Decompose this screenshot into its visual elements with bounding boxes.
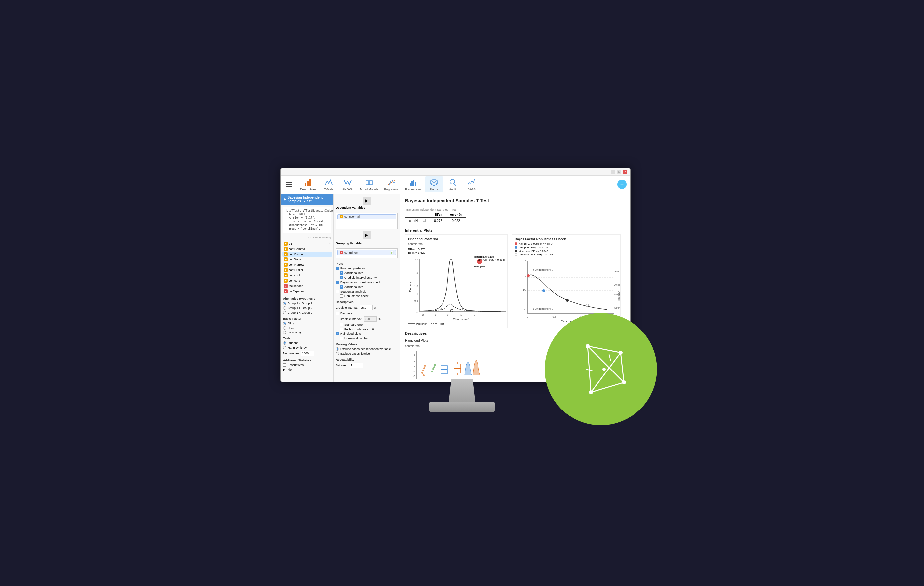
raincloud-label: Raincloud plots — [340, 332, 361, 335]
plot-sequential[interactable]: Sequential analysis — [334, 289, 399, 294]
var-contcor1[interactable]: ▶ contcor1 — [282, 273, 332, 278]
hamburger-line-1 — [286, 182, 292, 183]
grouping-variable-area[interactable]: ● contBinom 📊 — [336, 248, 398, 258]
bf-option-2[interactable]: BF₀₁ — [281, 325, 333, 330]
bf-label-1: BF₁₀ — [287, 322, 294, 325]
var-contgamma[interactable]: ▶ contGamma — [282, 246, 332, 251]
toolbar-ttests[interactable]: T-Tests — [320, 177, 338, 192]
plot-additional-info-2[interactable]: Additional info — [338, 285, 399, 289]
alt-hyp-option-3[interactable]: Group 1 < Group 2 — [281, 310, 333, 315]
missing-exclude-per-dep[interactable]: Exclude cases per dependent variable — [334, 347, 399, 352]
bar-credible-input[interactable] — [363, 316, 377, 322]
plot-credible-interval[interactable]: Credible interval 95.0 % — [338, 275, 399, 280]
var-contcor1-label: contcor1 — [289, 274, 300, 277]
plot-bf-robustness[interactable]: Bayes factor robustness check — [334, 280, 399, 285]
missing-exclude-listwise[interactable]: Exclude cases listwise — [334, 352, 399, 356]
var-contwide-label: contWide — [289, 258, 301, 261]
plot-pp-title: Prior and Posterior — [408, 237, 505, 241]
toolbar-regression[interactable]: Regression — [382, 177, 402, 192]
hamburger-menu[interactable] — [284, 180, 294, 189]
var-contnarrow-label: contNarrow — [289, 263, 304, 266]
horizontal-display[interactable]: Horizontal display — [338, 336, 399, 341]
grouping-var-contbinom[interactable]: ● contBinom 📊 — [337, 250, 396, 255]
svg-point-80 — [433, 366, 435, 368]
table-row-name: contNormal — [405, 218, 430, 224]
bf-wide-item: wide prior: BF₁₀ = 0.2042 — [515, 249, 618, 253]
var-contoutlier[interactable]: ▶ contOutlier — [282, 267, 332, 273]
test-student[interactable]: Student — [281, 341, 333, 345]
svg-text:↓ Evidence for H₀: ↓ Evidence for H₀ — [533, 307, 553, 310]
horizontal-label: Horizontal display — [344, 337, 368, 340]
alt-hyp-label-2: Group 1 > Group 2 — [287, 306, 312, 310]
toolbar-factor[interactable]: Factor — [425, 177, 443, 192]
var-contoutlier-label: contOutlier — [289, 268, 304, 272]
plot-options-subsection: Additional info Credible interval 95.0 % — [334, 271, 399, 280]
plot-pp-svg-container: data | H1 data | H0 Median: 0.135 95% CI… — [408, 256, 505, 325]
bf-user-label: user prior: BF₁₀ = 0.2755 — [518, 246, 548, 249]
regression-label: Regression — [384, 188, 399, 191]
alt-hyp-option-2[interactable]: Group 1 > Group 2 — [281, 306, 333, 310]
var-contcor2[interactable]: ▶ contcor2 — [282, 278, 332, 283]
test-mannwhitney[interactable]: Mann-Whitney — [281, 345, 333, 350]
desc-credible-input[interactable] — [360, 305, 373, 310]
minimize-button[interactable]: ─ — [611, 170, 615, 173]
transfer-right-button[interactable]: ▶ — [363, 196, 371, 205]
var-facexperim[interactable]: ● facExperim — [282, 289, 332, 294]
std-error[interactable]: Standard error — [338, 322, 399, 327]
bf-user-item: user prior: BF₁₀ = 0.2755 — [515, 246, 618, 249]
plot-additional-info-1-label: Additional info — [344, 271, 363, 275]
var-contexpon[interactable]: ▶ contExpon — [282, 251, 332, 257]
svg-text:1/30: 1/30 — [521, 308, 526, 311]
svg-point-97 — [589, 390, 593, 394]
var-contexpon-label: contExpon — [289, 253, 303, 256]
bf-max-dot — [515, 242, 517, 245]
descriptives-checkbox[interactable]: Descriptives — [281, 363, 333, 367]
samples-input[interactable] — [301, 351, 314, 356]
toolbar-anova[interactable]: ANOVA — [338, 177, 356, 192]
toolbar-audit[interactable]: Audit — [444, 177, 462, 192]
alt-hyp-radio-1 — [283, 302, 286, 305]
middle-panel-collapse[interactable]: ⋮ — [399, 282, 400, 295]
plot-prior-posterior[interactable]: Prior and posterior — [334, 266, 399, 271]
var-contwide[interactable]: ▶ contWide — [282, 257, 332, 262]
table-row-bf: 0.276 — [430, 218, 446, 224]
toolbar-frequencies[interactable]: Frequencies — [403, 177, 424, 192]
dep-var-contnormal[interactable]: ▶ contNormal — [337, 214, 396, 220]
fix-horizontal-checkbox — [340, 328, 343, 331]
audit-label: Audit — [449, 188, 456, 191]
transfer-right-button-2[interactable]: ▶ — [363, 231, 371, 239]
svg-rect-3 — [366, 181, 369, 185]
plot-additional-info-1[interactable]: Additional info — [338, 271, 399, 275]
prior-option[interactable]: ▶ Prior — [281, 367, 333, 372]
maximize-button[interactable]: □ — [617, 170, 621, 173]
toolbar-descriptives[interactable]: Descriptives — [297, 177, 319, 192]
dependent-variables-area[interactable]: ▶ contNormal — [336, 213, 398, 229]
code-hint: Ctrl + Enter to apply — [281, 235, 333, 239]
var-v1[interactable]: ▶ V1 ⇅ — [282, 241, 332, 246]
raincloud-plots[interactable]: Raincloud plots — [334, 332, 399, 336]
desc-credible-pct: % — [374, 306, 377, 309]
svg-text:0.5: 0.5 — [552, 315, 556, 318]
toolbar-jags[interactable]: JAGS — [463, 177, 481, 192]
dep-var-label: contNormal — [344, 215, 360, 218]
desc-credible-row: Credible interval: % — [334, 304, 399, 311]
close-button[interactable]: ✕ — [623, 170, 627, 173]
add-module-button[interactable]: + — [617, 180, 627, 189]
bf-option-3[interactable]: Log(BF₁₀) — [281, 330, 333, 335]
alt-hyp-option-1[interactable]: Group 1 ≠ Group 2 — [281, 301, 333, 306]
var-facgender[interactable]: ● facGender — [282, 283, 332, 289]
fix-horizontal[interactable]: Fix horizontal axis to 0 — [338, 327, 399, 332]
var-v1-sort: ⇅ — [328, 242, 331, 245]
bf-ultrawide-dot — [515, 253, 517, 256]
bar-credible-pct: % — [378, 317, 381, 320]
code-panel[interactable]: jaspTTests::TTestBayesianIndependentSamp… — [283, 206, 332, 233]
test-mannwhitney-label: Mann-Whitney — [287, 346, 307, 349]
code-content: jaspTTests::TTestBayesianIndependentSamp… — [285, 209, 329, 231]
svg-text:1/3: 1/3 — [523, 288, 527, 291]
desc-bar-plots[interactable]: Bar plots — [334, 311, 399, 315]
plot-robustness-check[interactable]: Robustness check — [338, 294, 399, 299]
bf-option-1[interactable]: BF₁₀ — [281, 321, 333, 325]
var-contnarrow[interactable]: ▶ contNarrow — [282, 262, 332, 267]
seed-input[interactable] — [350, 363, 363, 368]
toolbar-mixedmodels[interactable]: Mixed Models — [357, 177, 381, 192]
